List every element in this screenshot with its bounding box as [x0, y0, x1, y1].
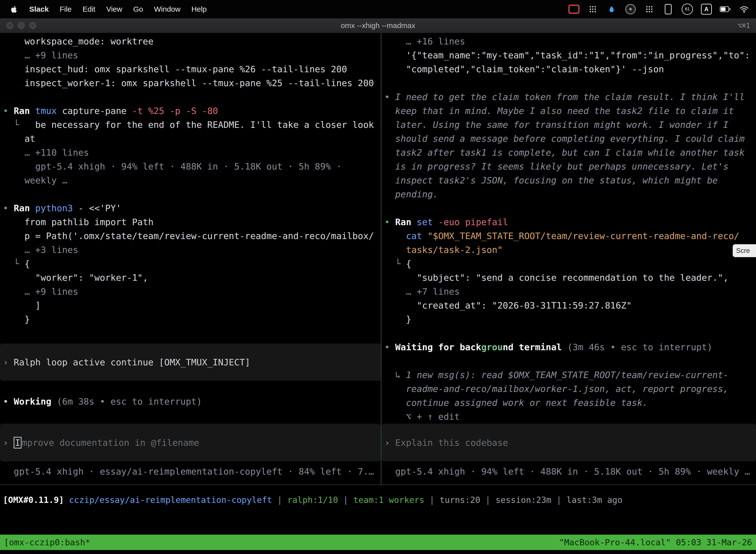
terminal-line: ]: [0, 298, 381, 313]
left-input-box[interactable]: › I mprove documentation in @filename: [0, 424, 381, 461]
battery-percent-value: 61: [685, 7, 690, 12]
wifi-icon[interactable]: [739, 4, 750, 15]
terminal-line: }: [0, 313, 381, 326]
right-pane[interactable]: … +16 lines '{"team_name":"my-team","tas…: [381, 33, 756, 485]
terminal-line: • I need to get the claim token from the…: [381, 90, 756, 104]
menu-status-icons: 61 A: [568, 3, 756, 15]
ralph-prompt-text: Ralph loop active continue [OMX_TMUX_INJ…: [14, 357, 250, 367]
terminal-line: weekly …: [0, 173, 381, 187]
menu-item-help[interactable]: Help: [191, 5, 207, 13]
prompt-chevron: ›: [0, 438, 14, 448]
working-status-line: • Working (6m 38s • esc to interrupt): [0, 395, 381, 408]
menu-item-file[interactable]: File: [60, 5, 71, 13]
close-button[interactable]: ×: [6, 22, 13, 29]
terminal-line: [381, 76, 756, 90]
terminal-line: • Ran set -euo pipefail: [381, 215, 756, 229]
terminal-line: continue assigned work or next feasible …: [381, 396, 756, 410]
terminal-line: … +9 lines: [0, 285, 381, 298]
battery-icon[interactable]: [720, 4, 731, 15]
terminal-line: … +7 lines: [381, 285, 756, 298]
left-pane-spacer: [0, 326, 381, 343]
menu-item-edit[interactable]: Edit: [82, 5, 96, 13]
omx-status-bar: [OMX#0.11.9] cczip/essay/ai-reimplementa…: [0, 485, 756, 535]
terminal-line: [381, 201, 756, 215]
bottom-fill: [0, 550, 756, 554]
apple-menu-icon[interactable]: [10, 4, 18, 14]
terminal-line: • Waiting for background terminal (3m 46…: [381, 340, 756, 354]
terminal-line: [381, 354, 756, 368]
terminal-line: [0, 90, 381, 104]
terminal-line: should send a message before completing …: [381, 132, 756, 146]
ralph-prompt-box[interactable]: › Ralph loop active continue [OMX_TMUX_I…: [0, 343, 381, 381]
terminal-line: "worker": "worker-1",: [0, 271, 381, 285]
left-pane[interactable]: workspace_mode: worktree … +9 lines insp…: [0, 33, 381, 485]
minimize-button[interactable]: −: [18, 22, 25, 29]
traffic-lights: × − +: [6, 18, 36, 33]
terminal-line: ↳ 1 new msg(s): read $OMX_TEAM_STATE_ROO…: [381, 368, 756, 382]
right-input-placeholder: Explain this codebase: [395, 438, 508, 448]
terminal-line: workspace_mode: worktree: [0, 35, 381, 48]
screen: Slack File Edit View Go Window Help 61 A: [0, 0, 756, 554]
tmux-status-bar: [omx-cczip0:bash* "MacBook-Pro-44.local"…: [0, 535, 756, 550]
terminal-line: is in progress? It seems likely but perh…: [381, 160, 756, 173]
terminal-line: keep that in mind. Maybe I also need the…: [381, 104, 756, 118]
terminal: workspace_mode: worktree … +9 lines insp…: [0, 33, 756, 485]
terminal-line: └ {: [381, 257, 756, 271]
terminal-line: "created_at": "2026-03-31T11:59:27.816Z": [381, 298, 756, 313]
terminal-line: p = Path('.omx/state/team/review-current…: [0, 229, 381, 243]
menu-bar: Slack File Edit View Go Window Help 61 A: [0, 0, 756, 18]
terminal-line: pending.: [381, 187, 756, 201]
screen-tooltip: Scre: [733, 244, 756, 257]
terminal-line: [0, 187, 381, 201]
terminal-line: at: [0, 132, 381, 146]
terminal-line: "subject": "send a concise recommendatio…: [381, 271, 756, 285]
input-source-icon[interactable]: A: [701, 4, 712, 15]
droplet-icon[interactable]: [606, 4, 617, 15]
terminal-line: '{"team_name":"my-team","task_id":"1","f…: [381, 48, 756, 62]
terminal-line: inspect_hud: omx sparkshell --tmux-pane …: [0, 62, 381, 76]
left-input-placeholder: mprove documentation in @filename: [22, 438, 199, 448]
right-pane-status-line: gpt-5.4 xhigh · 94% left · 488K in · 5.1…: [381, 465, 756, 479]
battery-percent-badge[interactable]: 61: [682, 3, 693, 15]
terminal-line: … +110 lines: [0, 146, 381, 160]
terminal-line: tasks/task-2.json": [381, 243, 756, 257]
terminal-line: inspect_worker-1: omx sparkshell --tmux-…: [0, 76, 381, 90]
screen-recording-icon[interactable]: [568, 4, 579, 15]
terminal-line: [381, 326, 756, 340]
terminal-line: cat "$OMX_TEAM_STATE_ROOT/team/review-cu…: [381, 229, 756, 243]
tmux-host-clock: "MacBook-Pro-44.local" 05:03 31-Mar-26: [559, 537, 752, 547]
terminal-line: ⌥ + ↑ edit: [381, 410, 756, 424]
terminal-line: readme-and-reco/mailbox/worker-1.json, a…: [381, 382, 756, 396]
terminal-line: └ {: [0, 257, 381, 271]
left-pane-status-line: gpt-5.4 xhigh · essay/ai-reimplementatio…: [0, 465, 381, 479]
device-icon[interactable]: [663, 4, 674, 15]
window-shortcut-hint: ⌥⌘1: [737, 18, 750, 33]
window-titlebar: × − + omx --xhigh --madmax ⌥⌘1: [0, 18, 756, 33]
terminal-line: … +16 lines: [381, 35, 756, 48]
menu-item-window[interactable]: Window: [154, 5, 181, 13]
terminal-line: └ be necessary for the end of the README…: [0, 118, 381, 132]
terminal-line: gpt-5.4 xhigh · 94% left · 488K in · 5.1…: [0, 160, 381, 173]
menu-app-name[interactable]: Slack: [29, 5, 49, 13]
terminal-line: … +9 lines: [0, 48, 381, 62]
left-pane-lines: workspace_mode: worktree … +9 lines insp…: [0, 35, 381, 326]
dots-grid-icon[interactable]: [587, 4, 598, 15]
omx-status-line: [OMX#0.11.9] cczip/essay/ai-reimplementa…: [0, 493, 756, 507]
terminal-line: later. Using the same for transition mig…: [381, 118, 756, 132]
zoom-button[interactable]: +: [29, 22, 36, 29]
terminal-line: task2 after task1 is complete, but can I…: [381, 146, 756, 160]
menu-item-view[interactable]: View: [106, 5, 122, 13]
terminal-line: • Ran python3 - <<'PY': [0, 201, 381, 215]
prompt-chevron: ›: [381, 438, 395, 448]
window-title: omx --xhigh --madmax: [341, 21, 415, 30]
right-pane-lines: … +16 lines '{"team_name":"my-team","tas…: [381, 35, 756, 424]
menu-item-go[interactable]: Go: [133, 5, 143, 13]
launchpad-grid-icon[interactable]: [644, 4, 655, 15]
terminal-line: "completed","claim_token":"claim-token"}…: [381, 62, 756, 76]
tmux-session-label: [omx-cczip0:bash*: [4, 537, 90, 547]
terminal-line: }: [381, 313, 756, 326]
record-disc-icon[interactable]: [625, 4, 636, 15]
terminal-cursor: I: [14, 437, 21, 448]
right-input-box[interactable]: › Explain this codebase: [381, 424, 756, 461]
terminal-line: • Ran tmux capture-pane -t %25 -p -S -80: [0, 104, 381, 118]
